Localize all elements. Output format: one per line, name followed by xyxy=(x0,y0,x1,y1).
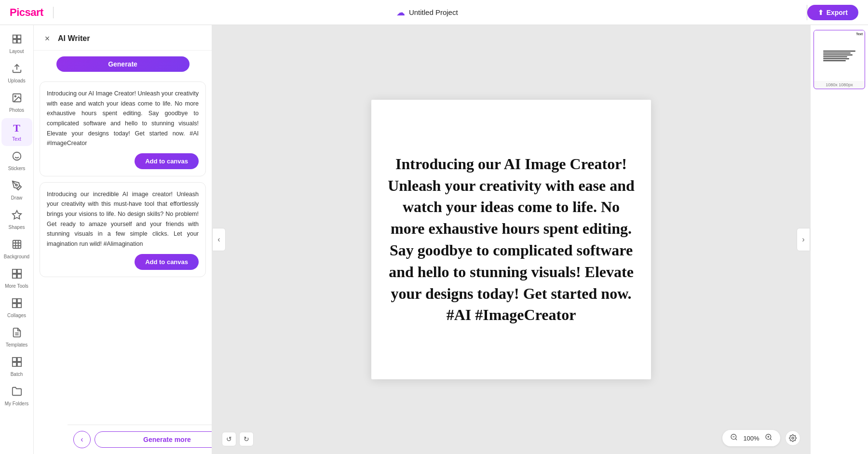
topbar-logo-divider xyxy=(53,7,54,18)
thumb-line-5 xyxy=(823,58,849,59)
sidebar-item-collages-label: Collages xyxy=(7,313,26,319)
templates-icon xyxy=(12,327,22,340)
thumb-line-1 xyxy=(823,51,856,52)
svg-rect-19 xyxy=(12,304,16,307)
sidebar-item-my-folders[interactable]: My Folders xyxy=(1,382,32,411)
svg-rect-12 xyxy=(13,240,21,249)
svg-point-6 xyxy=(14,95,16,97)
svg-rect-13 xyxy=(12,269,16,273)
thumbnail-size: 1080x 1080px xyxy=(814,81,865,89)
layout-icon xyxy=(12,34,22,47)
sidebar-item-draw[interactable]: Draw xyxy=(1,176,32,205)
sidebar-item-templates[interactable]: Templates xyxy=(1,323,32,352)
thumb-text-label: Text xyxy=(856,32,863,36)
sidebar: Layout Uploads Photos T Text Stickers xyxy=(0,25,34,454)
thumb-line-2 xyxy=(823,53,851,53)
canvas-undo-redo: ↺ ↻ xyxy=(222,432,254,446)
shapes-icon xyxy=(12,210,22,223)
svg-rect-3 xyxy=(17,40,20,43)
canvas-settings-button[interactable] xyxy=(785,430,800,446)
svg-rect-25 xyxy=(12,362,16,366)
right-panel: Text 1080x 1080px xyxy=(810,25,868,454)
canvas-nav-left-button[interactable]: ‹ xyxy=(212,228,226,251)
generate-button[interactable]: Generate xyxy=(56,56,190,72)
svg-rect-2 xyxy=(13,40,16,43)
svg-marker-11 xyxy=(12,211,21,219)
generate-more-button[interactable]: Generate more xyxy=(95,431,212,448)
more-tools-icon xyxy=(12,268,22,281)
main-layout: Layout Uploads Photos T Text Stickers xyxy=(0,25,868,454)
panel-header: × AI Writer xyxy=(34,25,212,51)
svg-rect-18 xyxy=(17,299,21,303)
sidebar-item-background[interactable]: Background xyxy=(1,235,32,264)
export-icon: ⬆ xyxy=(818,9,824,16)
logo: Picsart xyxy=(10,6,43,19)
sidebar-item-background-label: Background xyxy=(4,254,29,260)
zoom-out-button[interactable] xyxy=(728,432,740,444)
sidebar-item-uploads-label: Uploads xyxy=(8,78,26,84)
sidebar-item-stickers-label: Stickers xyxy=(8,166,26,172)
svg-point-7 xyxy=(13,152,21,160)
project-title[interactable]: Untitled Project xyxy=(409,8,458,16)
panel-scroll-area: Generate Introducing our AI Image Creato… xyxy=(34,51,212,454)
text-icon: T xyxy=(13,122,20,134)
add-to-canvas-button-1[interactable]: Add to canvas xyxy=(135,153,199,169)
svg-rect-16 xyxy=(17,274,21,278)
svg-rect-26 xyxy=(17,362,21,366)
svg-rect-17 xyxy=(12,299,16,303)
thumb-text-lines xyxy=(823,51,856,61)
ai-writer-panel: × AI Writer Generate Introducing our AI … xyxy=(34,25,212,454)
zoom-panel: 100% xyxy=(722,430,780,446)
logo-text: Picsart xyxy=(10,6,43,19)
sidebar-item-more-tools[interactable]: More Tools xyxy=(1,265,32,293)
sidebar-item-photos[interactable]: Photos xyxy=(1,89,32,117)
panel-close-button[interactable]: × xyxy=(41,33,53,44)
add-to-canvas-button-2[interactable]: Add to canvas xyxy=(135,254,199,270)
draw-icon xyxy=(12,180,22,193)
topbar: Picsart ☁ Untitled Project ⬆ Export xyxy=(0,0,868,25)
my-folders-icon xyxy=(12,386,22,399)
sidebar-item-templates-label: Templates xyxy=(6,342,28,348)
undo-button[interactable]: ↺ xyxy=(222,432,236,446)
svg-rect-0 xyxy=(13,35,16,39)
zoom-in-button[interactable] xyxy=(763,432,774,444)
cloud-icon: ☁ xyxy=(396,7,405,18)
canvas-area: ‹ Introducing our AI Image Creator! Unle… xyxy=(212,25,810,454)
svg-point-34 xyxy=(792,437,794,439)
topbar-center: ☁ Untitled Project xyxy=(396,7,458,18)
collages-icon xyxy=(12,298,22,311)
svg-rect-23 xyxy=(12,358,16,361)
canvas-content-text: Introducing our AI Image Creator! Unleas… xyxy=(386,153,637,326)
panel-title: AI Writer xyxy=(58,34,90,43)
thumbnail-card[interactable]: Text 1080x 1080px xyxy=(814,30,865,89)
svg-line-28 xyxy=(735,439,737,440)
canvas-board[interactable]: Introducing our AI Image Creator! Unleas… xyxy=(371,100,651,379)
generate-top-area: Generate xyxy=(40,56,206,76)
result-card-1: Introducing our AI Image Creator! Unleas… xyxy=(40,81,206,176)
sidebar-item-collages[interactable]: Collages xyxy=(1,294,32,322)
thumbnail-inner: Text xyxy=(814,30,865,81)
sidebar-item-uploads[interactable]: Uploads xyxy=(1,59,32,88)
svg-point-10 xyxy=(15,184,17,186)
sidebar-item-text[interactable]: T Text xyxy=(1,118,32,146)
sidebar-item-shapes-label: Shapes xyxy=(9,225,25,230)
sidebar-item-layout[interactable]: Layout xyxy=(1,30,32,58)
sidebar-item-draw-label: Draw xyxy=(11,195,22,201)
photos-icon xyxy=(12,93,22,106)
canvas-zoom-controls: 100% xyxy=(722,430,800,446)
sidebar-item-batch-label: Batch xyxy=(11,372,23,377)
result-text-1: Introducing our AI Image Creator! Unleas… xyxy=(47,89,199,148)
sidebar-item-shapes[interactable]: Shapes xyxy=(1,206,32,234)
uploads-icon xyxy=(12,63,22,76)
zoom-value: 100% xyxy=(743,435,760,442)
canvas-nav-right-button[interactable]: › xyxy=(797,228,810,251)
batch-icon xyxy=(12,357,22,370)
export-button[interactable]: ⬆ Export xyxy=(807,5,858,20)
sidebar-item-stickers[interactable]: Stickers xyxy=(1,147,32,175)
redo-button[interactable]: ↻ xyxy=(239,432,254,446)
sidebar-item-batch[interactable]: Batch xyxy=(1,353,32,381)
prev-button[interactable]: ‹ xyxy=(73,431,91,448)
svg-rect-24 xyxy=(17,358,21,361)
thumb-line-3 xyxy=(823,54,853,55)
chevron-right-icon: › xyxy=(802,235,804,244)
